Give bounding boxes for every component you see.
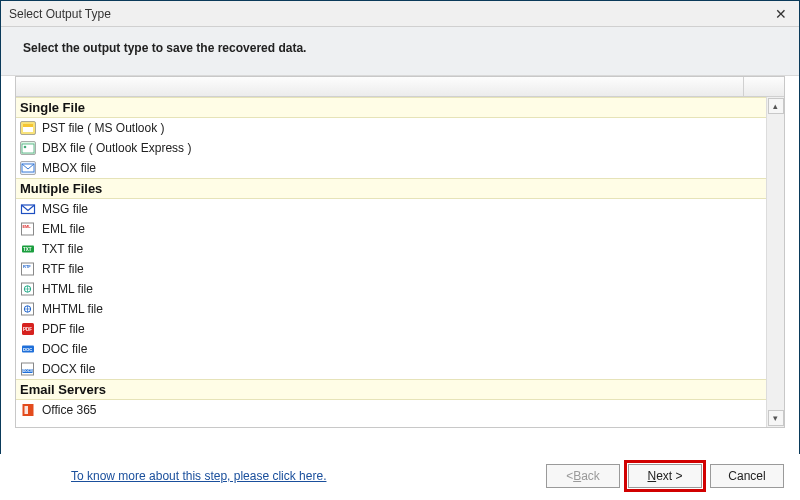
dbx-icon [20, 140, 36, 156]
output-type-list: Single FilePST file ( MS Outlook )DBX fi… [15, 76, 785, 428]
svg-rect-2 [23, 124, 33, 127]
svg-point-5 [24, 146, 27, 149]
output-type-label: DOC file [42, 342, 87, 356]
eml-icon: EML [20, 221, 36, 237]
output-type-item[interactable]: DOCXDOCX file [16, 359, 766, 379]
mbox-icon [20, 160, 36, 176]
html-icon [20, 281, 36, 297]
output-type-label: HTML file [42, 282, 93, 296]
output-type-label: TXT file [42, 242, 83, 256]
pdf-icon: PDF [20, 321, 36, 337]
output-type-label: MHTML file [42, 302, 103, 316]
output-type-label: RTF file [42, 262, 84, 276]
help-link[interactable]: To know more about this step, please cli… [71, 469, 326, 483]
output-type-label: MBOX file [42, 161, 96, 175]
output-type-item[interactable]: PST file ( MS Outlook ) [16, 118, 766, 138]
output-type-item[interactable]: DOCDOC file [16, 339, 766, 359]
output-type-item[interactable]: TXTTXT file [16, 239, 766, 259]
titlebar: Select Output Type ✕ [1, 1, 799, 27]
output-type-label: MSG file [42, 202, 88, 216]
output-type-item[interactable]: RTFRTF file [16, 259, 766, 279]
window-title: Select Output Type [9, 7, 111, 21]
doc-icon: DOC [20, 341, 36, 357]
output-type-item[interactable]: Office 365 [16, 400, 766, 420]
list-column-header [16, 77, 784, 97]
vertical-scrollbar[interactable]: ▴ ▾ [766, 97, 784, 427]
cancel-button[interactable]: Cancel [710, 464, 784, 488]
svg-text:DOCX: DOCX [23, 369, 33, 373]
svg-text:EML: EML [23, 225, 32, 229]
output-type-item[interactable]: DBX file ( Outlook Express ) [16, 138, 766, 158]
instruction-text: Select the output type to save the recov… [23, 41, 306, 55]
output-type-item[interactable]: EMLEML file [16, 219, 766, 239]
output-type-label: DBX file ( Outlook Express ) [42, 141, 191, 155]
output-type-label: PDF file [42, 322, 85, 336]
output-type-item[interactable]: MSG file [16, 199, 766, 219]
instruction-bar: Select the output type to save the recov… [1, 27, 799, 76]
section-header: Email Servers [16, 379, 766, 400]
svg-rect-27 [25, 406, 29, 414]
msg-icon [20, 201, 36, 217]
wizard-footer: To know more about this step, please cli… [0, 454, 800, 500]
next-button[interactable]: Next > [628, 464, 702, 488]
svg-rect-4 [22, 144, 34, 153]
output-type-item[interactable]: HTML file [16, 279, 766, 299]
rtf-icon: RTF [20, 261, 36, 277]
scroll-down-icon[interactable]: ▾ [768, 410, 784, 426]
pst-icon [20, 120, 36, 136]
back-button: < Back [546, 464, 620, 488]
section-header: Single File [16, 97, 766, 118]
output-type-label: Office 365 [42, 403, 96, 417]
txt-icon: TXT [20, 241, 36, 257]
scroll-up-icon[interactable]: ▴ [768, 98, 784, 114]
output-type-label: EML file [42, 222, 85, 236]
output-type-item[interactable]: PDFPDF file [16, 319, 766, 339]
section-header: Multiple Files [16, 178, 766, 199]
output-type-item[interactable]: MBOX file [16, 158, 766, 178]
svg-text:PDF: PDF [23, 327, 32, 332]
svg-text:TXT: TXT [23, 247, 32, 252]
output-type-item[interactable]: MHTML file [16, 299, 766, 319]
docx-icon: DOCX [20, 361, 36, 377]
o365-icon [20, 402, 36, 418]
svg-text:RTF: RTF [23, 264, 31, 269]
svg-text:DOC: DOC [23, 347, 32, 352]
mhtml-icon [20, 301, 36, 317]
close-icon[interactable]: ✕ [771, 6, 791, 22]
output-type-label: DOCX file [42, 362, 95, 376]
output-type-label: PST file ( MS Outlook ) [42, 121, 164, 135]
